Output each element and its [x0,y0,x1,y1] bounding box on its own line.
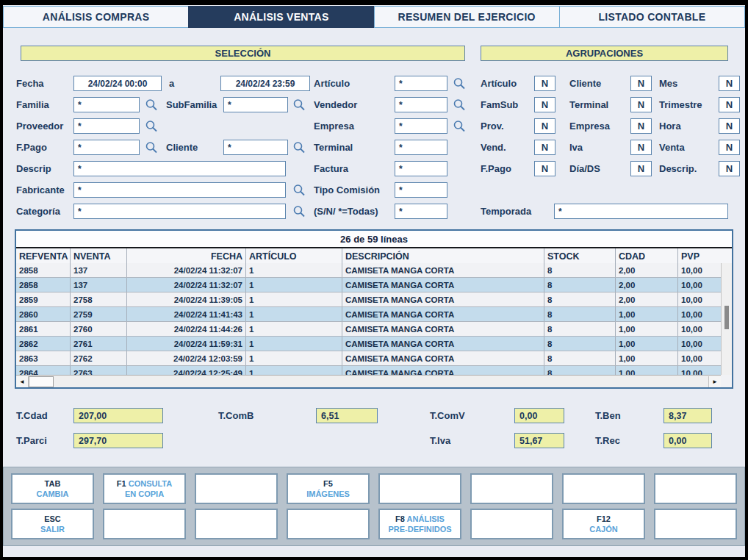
agrup-vend-toggle[interactable]: N [534,140,555,155]
tipo-comision-input[interactable]: * [395,182,447,198]
cell-stock: 8 [544,337,616,351]
cell-articulo: 1 [246,366,342,375]
col-header-refventa[interactable]: REFVENTA [16,248,71,265]
col-header-stock[interactable]: STOCK [544,248,616,265]
descrip-input[interactable]: * [73,161,286,176]
empresa-label: Empresa [314,121,354,132]
agrup-diads-toggle[interactable]: N [630,161,652,176]
table-row[interactable]: 2864 2763 24/02/24 12:25:49 1 CAMISETA M… [16,366,721,375]
agrup-mes-label: Mes [659,78,677,89]
fkey-empty-button [195,509,278,539]
cell-pvp: 10,00 [678,292,721,306]
agrup-prov-toggle[interactable]: N [534,118,555,134]
search-icon[interactable] [144,119,159,134]
col-header-pvp[interactable]: PVP [678,248,732,265]
fabricante-input[interactable]: * [73,182,286,198]
agrup-famsub-toggle[interactable]: N [534,97,555,112]
agrup-iva-toggle[interactable]: N [630,140,652,155]
table-row[interactable]: 2862 2761 24/02/24 11:59:31 1 CAMISETA M… [16,337,721,351]
cell-articulo: 1 [246,337,342,351]
search-icon[interactable] [144,140,159,155]
col-header-fecha[interactable]: FECHA [127,248,246,265]
search-icon[interactable] [452,98,467,112]
tipo-comision-label: Tipo Comisión [314,184,380,195]
search-icon[interactable] [292,98,306,112]
search-icon[interactable] [292,204,306,219]
col-header-articulo[interactable]: ARTÍCULO [246,248,342,265]
fecha-to-input[interactable]: 24/02/24 23:59 [220,76,310,91]
search-icon[interactable] [292,183,306,198]
cell-refventa: 2862 [16,337,71,351]
col-header-descripcion[interactable]: DESCRIPCIÓN [342,248,544,265]
table-row[interactable]: 2861 2760 24/02/24 11:44:26 1 CAMISETA M… [16,322,721,337]
fkey-empty-button [287,509,370,539]
cell-articulo: 1 [246,307,342,321]
fpago-input[interactable]: * [73,140,140,155]
scroll-right-arrow-icon[interactable]: ► [708,376,721,387]
agrup-venta-toggle[interactable]: N [719,140,740,155]
cell-stock: 8 [544,278,616,292]
empresa-input[interactable]: * [395,118,447,134]
tab-resumen-del-ejercicio[interactable]: RESUMEN DEL EJERCICIO [374,6,559,28]
agrup-vend-label: Vend. [481,142,506,153]
vertical-scrollbar[interactable] [721,263,732,375]
cell-cdad: 2,00 [616,278,678,292]
col-header-nventa[interactable]: NVENTA [71,248,127,265]
scroll-left-arrow-icon[interactable]: ◄ [16,376,29,387]
terminal-input[interactable]: * [395,140,447,155]
table-row[interactable]: 2858 137 24/02/24 11:32:07 1 CAMISETA MA… [16,263,721,278]
articulo-input[interactable]: * [395,76,447,91]
cell-refventa: 2860 [16,307,71,321]
fecha-from-input[interactable]: 24/02/24 00:00 [73,76,162,91]
fkey-key: F12 [597,514,611,523]
fkey-f8-analisis-predefinidos-button[interactable]: F8 ANÁLISIS PRE-DEFINIDOS [378,509,461,539]
tab-listado-contable[interactable]: LISTADO CONTABLE [559,6,745,28]
table-row[interactable]: 2860 2759 24/02/24 11:41:43 1 CAMISETA M… [16,307,721,322]
factura-input[interactable]: * [395,161,447,176]
agrup-terminal-label: Terminal [569,99,608,110]
fkey-tab-cambia-button[interactable]: TAB CAMBIA [11,473,94,504]
col-header-cdad[interactable]: CDAD [616,248,678,265]
agrup-terminal-toggle[interactable]: N [630,97,652,112]
search-icon[interactable] [452,119,467,134]
categoria-input[interactable]: * [73,204,286,219]
table-row[interactable]: 2859 2758 24/02/24 11:39:05 1 CAMISETA M… [16,292,721,307]
search-icon[interactable] [292,140,306,155]
cell-descripcion: CAMISETA MANGA CORTA [342,263,544,277]
fkey-f12-cajon-button[interactable]: F12 CAJÓN [562,509,645,539]
agrup-empresa-toggle[interactable]: N [630,118,652,134]
temporada-input[interactable]: * [554,204,728,219]
search-icon[interactable] [452,76,467,91]
familia-input[interactable]: * [73,97,140,112]
vertical-scroll-thumb[interactable] [724,306,729,329]
fkey-action: PRE-DEFINIDOS [388,524,451,534]
horizontal-scrollbar[interactable]: ◄ ► [16,375,721,387]
agrup-trimestre-toggle[interactable]: N [719,97,740,112]
subfamilia-input[interactable]: * [223,97,288,112]
fkey-esc-salir-button[interactable]: ESC SALIR [11,509,94,539]
sn-todas-input[interactable]: * [395,204,447,219]
proveedor-input[interactable]: * [73,118,140,134]
fkey-empty-button [562,473,645,504]
search-icon[interactable] [144,98,159,112]
horizontal-scroll-thumb[interactable] [29,376,54,387]
cliente-input[interactable]: * [223,140,288,155]
fkey-key: ESC [44,514,61,523]
tab-analisis-compras[interactable]: ANÁLISIS COMPRAS [3,6,188,28]
agrup-hora-toggle[interactable]: N [719,118,740,134]
vendedor-input[interactable]: * [395,97,447,112]
cell-pvp: 10,00 [678,337,721,351]
tparci-label: T.Parci [16,435,47,446]
agrup-articulo-toggle[interactable]: N [534,76,555,91]
table-row[interactable]: 2858 137 24/02/24 11:32:07 1 CAMISETA MA… [16,278,721,292]
agrup-descrip-toggle[interactable]: N [719,161,740,176]
fkey-f1-consulta-en-copia-button[interactable]: F1 CONSULTA EN COPIA [103,473,186,504]
agrup-mes-toggle[interactable]: N [719,76,740,91]
tab-analisis-ventas[interactable]: ANÁLISIS VENTAS [188,6,373,28]
agrup-cliente-toggle[interactable]: N [630,76,652,91]
agrup-fpago-toggle[interactable]: N [534,161,555,176]
fkey-f5-imagenes-button[interactable]: F5 IMÁGENES [287,473,370,504]
fkey-action: IMÁGENES [306,489,350,499]
agrup-empresa-label: Empresa [569,121,610,132]
table-row[interactable]: 2863 2762 24/02/24 12:03:59 1 CAMISETA M… [16,351,721,366]
